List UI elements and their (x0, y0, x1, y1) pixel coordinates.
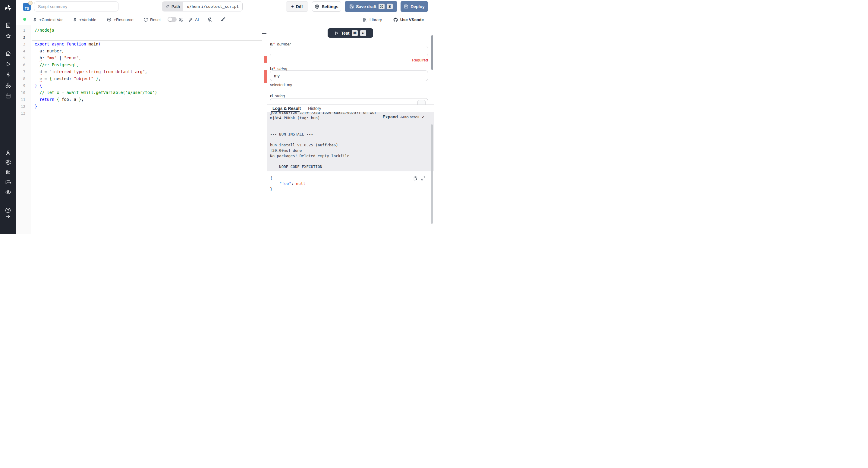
user-icon[interactable] (0, 148, 16, 157)
package-icon (107, 18, 112, 22)
logs-scrollbar-thumb[interactable] (431, 124, 433, 224)
overview-cursor-marker (262, 33, 267, 34)
expand-sidebar-arrow-icon[interactable] (0, 212, 16, 221)
log-output-area[interactable]: job 018d7f20-27f0-725d-1b29-8d85179d757f… (267, 112, 434, 171)
error-marker (264, 70, 267, 83)
line-number: 4 (16, 47, 31, 55)
code-line[interactable] (35, 110, 157, 117)
folders-icon[interactable] (0, 178, 16, 187)
line-number: 9 (16, 82, 31, 89)
use-vscode-button[interactable]: Use VScode (393, 14, 424, 25)
code-line[interactable]: } (35, 103, 157, 110)
script-path-group[interactable]: Path u/henri/coolest_script (162, 1, 243, 11)
copy-clipboard-icon[interactable] (413, 176, 418, 181)
json-indent (270, 181, 279, 186)
favorites-star-icon[interactable] (0, 32, 16, 41)
field-input-d[interactable] (270, 98, 428, 104)
add-context-var-button[interactable]: +Context Var (33, 14, 63, 25)
kbd-s: S (387, 4, 393, 9)
line-number: 7 (16, 68, 31, 75)
panel-divider[interactable] (267, 104, 434, 105)
code-line[interactable]: //c: Postgresql, (35, 61, 157, 68)
home-icon[interactable] (0, 49, 16, 58)
field-input-a[interactable] (270, 46, 428, 56)
test-run-button[interactable]: Test ⌘ ↵ (328, 28, 373, 38)
workspace-building-icon[interactable] (0, 21, 16, 30)
add-resource-button[interactable]: +Resource (107, 14, 133, 25)
line-number: 6 (16, 61, 31, 68)
schedules-calendar-icon[interactable] (0, 91, 16, 100)
status-green-dot (23, 18, 26, 21)
required-error-text: Required (412, 58, 428, 62)
field-label-d: d string (270, 93, 285, 98)
auto-scroll-toggle[interactable]: Auto scroll (400, 115, 419, 119)
field-d-side-button[interactable] (417, 100, 426, 104)
settings-button[interactable]: Settings (312, 1, 341, 12)
save-icon (349, 4, 354, 9)
log-controls: Expand Auto scroll ✓ (382, 114, 425, 119)
field-input-b[interactable] (270, 70, 428, 81)
windmill-logo-icon[interactable] (0, 3, 16, 12)
code-line[interactable]: return { foo: a }; (35, 96, 157, 103)
editor-gutter: 12345678910111213 (16, 25, 31, 234)
script-summary-input[interactable] (34, 1, 119, 11)
json-null-value: null (296, 181, 305, 186)
error-marker (264, 56, 267, 63)
variables-dollar-icon[interactable] (0, 70, 16, 79)
users-icon[interactable] (179, 14, 184, 25)
workers-robot-icon[interactable] (0, 168, 16, 177)
add-variable-button[interactable]: +Variable (73, 14, 96, 25)
diff-button[interactable]: ± Diff (286, 1, 308, 12)
result-area: { "foo": null } (267, 172, 434, 234)
reset-button[interactable]: Reset (144, 14, 161, 25)
settings-gear-icon[interactable] (0, 158, 16, 167)
code-line[interactable]: d = "inferred type string from default a… (35, 68, 157, 75)
audit-eye-icon[interactable] (0, 188, 16, 197)
resources-cubes-icon[interactable] (0, 81, 16, 90)
overview-ruler (262, 25, 267, 234)
code-line[interactable]: //nodejs (35, 27, 157, 34)
result-actions (413, 176, 426, 181)
code-line[interactable]: ) { (35, 82, 157, 89)
save-draft-button[interactable]: Save draft ⌘ S (345, 1, 397, 12)
check-icon: ✓ (422, 115, 425, 119)
path-value[interactable]: u/henri/coolest_script (183, 2, 242, 11)
tab-history[interactable]: History (308, 106, 321, 111)
code-line[interactable]: e = { nested: "object" }, (35, 75, 157, 82)
bun-runtime-badge (28, 1, 33, 5)
tab-logs-result[interactable]: Logs & Result (273, 106, 301, 111)
sidebar (0, 0, 16, 234)
line-number: 1 (16, 27, 31, 34)
log-line: [20.00ms] done (270, 148, 382, 153)
code-line[interactable]: a: number, (35, 47, 157, 55)
path-label-pill[interactable]: Path (162, 2, 183, 11)
users-icon (179, 17, 184, 22)
log-line (270, 159, 382, 164)
line-number: 11 (16, 96, 31, 103)
code-line[interactable]: b: "my" | "enum", (35, 55, 157, 61)
maximize-icon[interactable] (421, 176, 426, 181)
field-d-clipped (270, 98, 428, 104)
ai-assistant-button[interactable]: AI (188, 14, 199, 25)
github-icon (393, 17, 398, 22)
pencil-icon (165, 4, 169, 8)
runs-play-icon[interactable] (0, 60, 16, 69)
dollar-icon (73, 18, 77, 22)
kbd-enter: ↵ (360, 30, 366, 36)
line-number: 5 (16, 55, 31, 61)
code-line[interactable]: export async function main( (35, 41, 157, 47)
format-paintbrush-icon[interactable] (221, 14, 226, 25)
preview-toggle[interactable] (167, 17, 177, 22)
code-line[interactable] (35, 34, 157, 41)
expand-logs-button[interactable]: Expand (382, 114, 398, 119)
assistant-off-zap-icon[interactable] (207, 14, 212, 25)
deploy-button[interactable]: Deploy (401, 1, 428, 12)
dollar-icon (33, 18, 37, 22)
line-number: 10 (16, 89, 31, 96)
library-button[interactable]: Library (363, 14, 382, 25)
top-header: TS Path u/henri/coolest_script ± Diff Se… (16, 0, 434, 25)
line-number: 13 (16, 110, 31, 117)
form-scrollbar-thumb[interactable] (431, 35, 433, 70)
log-line (270, 137, 382, 142)
code-line[interactable]: // let x = await wmill.getVariable('u/us… (35, 89, 157, 96)
